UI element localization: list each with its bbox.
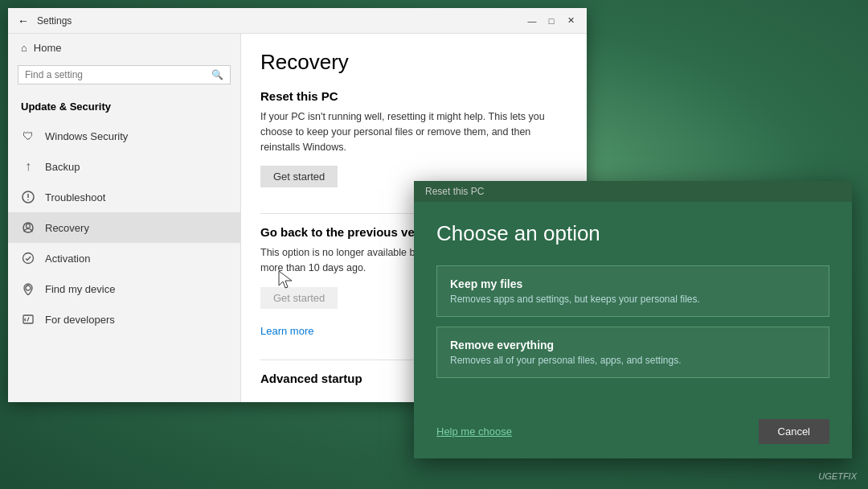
shield-icon: 🛡 xyxy=(21,129,35,143)
learn-more-link[interactable]: Learn more xyxy=(260,325,313,337)
svg-point-2 xyxy=(27,199,29,201)
sidebar-item-activation[interactable]: Activation xyxy=(8,243,240,273)
activation-icon xyxy=(21,251,35,265)
title-bar-controls: — □ ✕ xyxy=(526,14,577,27)
back-arrow-icon[interactable]: ← xyxy=(18,14,29,27)
back-icon: ⌂ xyxy=(21,42,27,54)
svg-line-10 xyxy=(27,318,29,322)
reset-pc-title: Reset this PC xyxy=(260,89,567,103)
sidebar-section-header: Update & Security xyxy=(8,94,240,121)
nav-label-activation: Activation xyxy=(45,253,90,265)
sidebar-item-for-developers[interactable]: For developers xyxy=(8,304,240,335)
search-box: 🔍 xyxy=(18,65,231,84)
sidebar-item-backup[interactable]: ↑ Backup xyxy=(8,151,240,182)
title-bar-left: ← Settings xyxy=(18,14,72,27)
dialog-heading: Choose an option xyxy=(436,221,829,246)
search-icon: 🔍 xyxy=(211,69,223,80)
sidebar-back-button[interactable]: ⌂ Home xyxy=(8,34,240,62)
svg-line-8 xyxy=(25,318,27,320)
remove-everything-title: Remove everything xyxy=(450,339,816,351)
nav-label-for-developers: For developers xyxy=(45,314,115,326)
remove-everything-desc: Removes all of your personal files, apps… xyxy=(450,355,816,366)
troubleshoot-icon xyxy=(21,190,35,204)
maximize-button[interactable]: □ xyxy=(545,14,558,27)
watermark: UGETFIX xyxy=(818,471,857,481)
home-label: Home xyxy=(34,42,62,54)
svg-point-5 xyxy=(23,253,34,264)
nav-label-find-my-device: Find my device xyxy=(45,283,115,295)
go-back-get-started-button[interactable]: Get started xyxy=(260,287,338,309)
find-device-icon xyxy=(21,281,35,296)
nav-label-troubleshoot: Troubleshoot xyxy=(45,191,105,203)
window-title: Settings xyxy=(37,15,72,27)
cancel-button[interactable]: Cancel xyxy=(759,419,829,444)
backup-icon: ↑ xyxy=(21,159,35,174)
dialog-titlebar: Reset this PC xyxy=(414,181,852,202)
nav-label-backup: Backup xyxy=(45,161,80,173)
minimize-button[interactable]: — xyxy=(526,14,538,27)
svg-point-4 xyxy=(27,224,31,228)
keep-files-option[interactable]: Keep my files Removes apps and settings,… xyxy=(436,265,829,317)
svg-point-6 xyxy=(26,286,31,290)
keep-files-title: Keep my files xyxy=(450,277,816,290)
page-title: Recovery xyxy=(260,50,567,75)
keep-files-desc: Removes apps and settings, but keeps you… xyxy=(450,294,816,305)
sidebar: ⌂ Home 🔍 Update & Security 🛡 Windows Sec… xyxy=(8,34,241,402)
developers-icon xyxy=(21,312,35,327)
remove-everything-option[interactable]: Remove everything Removes all of your pe… xyxy=(436,327,829,378)
sidebar-item-windows-security[interactable]: 🛡 Windows Security xyxy=(8,121,240,151)
close-button[interactable]: ✕ xyxy=(564,14,577,27)
dialog-body: Choose an option Keep my files Removes a… xyxy=(414,202,852,409)
dialog-footer: Help me choose Cancel xyxy=(414,409,852,458)
reset-get-started-button[interactable]: Get started xyxy=(260,166,338,187)
svg-line-9 xyxy=(25,320,27,322)
nav-label-windows-security: Windows Security xyxy=(45,130,128,142)
reset-dialog: Reset this PC Choose an option Keep my f… xyxy=(414,181,852,458)
nav-label-recovery: Recovery xyxy=(45,222,89,234)
reset-pc-desc: If your PC isn't running well, resetting… xyxy=(260,109,567,154)
recovery-icon xyxy=(21,220,35,235)
sidebar-item-recovery[interactable]: Recovery xyxy=(8,212,240,243)
sidebar-item-find-my-device[interactable]: Find my device xyxy=(8,273,240,304)
title-bar: ← Settings — □ ✕ xyxy=(8,8,587,34)
help-me-choose-link[interactable]: Help me choose xyxy=(436,425,512,438)
sidebar-item-troubleshoot[interactable]: Troubleshoot xyxy=(8,182,240,212)
search-input[interactable] xyxy=(25,69,207,80)
